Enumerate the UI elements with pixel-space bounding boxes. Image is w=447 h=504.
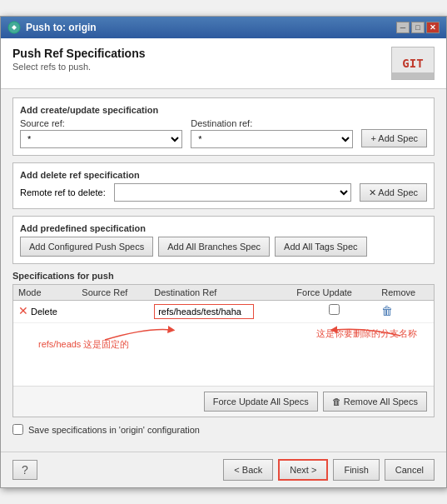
close-button[interactable]: ✕ (426, 22, 440, 33)
back-button[interactable]: < Back (223, 459, 273, 481)
specs-bottom-row: Force Update All Specs 🗑 Remove All Spec… (13, 386, 434, 417)
row-remove-cell: 🗑 (376, 301, 434, 323)
save-checkbox-row: Save specifications in 'origin' configur… (12, 424, 435, 435)
header-section: Push Ref Specifications Select refs to p… (1, 38, 446, 89)
header-text: Push Ref Specifications Select refs to p… (12, 47, 145, 72)
main-window: Push to: origin ─ □ ✕ Push Ref Specifica… (0, 16, 447, 488)
remove-all-specs-button[interactable]: 🗑 Remove All Specs (323, 392, 427, 412)
create-update-fields: Source ref: * Destination ref: * + Add S… (20, 118, 427, 148)
row-force-cell (291, 301, 376, 323)
cancel-button[interactable]: Cancel (385, 459, 435, 481)
add-spec-delete-button[interactable]: ✕ Add Spec (360, 183, 427, 202)
window-title: Push to: origin (26, 22, 97, 33)
force-update-all-button[interactable]: Force Update All Specs (204, 392, 318, 412)
col-mode: Mode (13, 285, 77, 301)
dest-ref-group: Destination ref: * (191, 118, 353, 148)
create-update-section: Add create/update specification Source r… (12, 97, 435, 156)
predefined-label: Add predefined specification (20, 223, 427, 233)
finish-button[interactable]: Finish (333, 459, 379, 481)
delete-ref-section: Add delete ref specification Remote ref … (12, 162, 435, 209)
predefined-buttons: Add Configured Push Specs Add All Branch… (20, 237, 427, 257)
col-source: Source Ref (77, 285, 149, 301)
save-checkbox-label: Save specifications in 'origin' configur… (28, 425, 200, 435)
dest-ref-value: refs/heads/test/haha (154, 304, 254, 319)
row-dest-cell: refs/heads/test/haha (149, 301, 291, 323)
help-button[interactable]: ? (12, 460, 37, 480)
add-all-branches-button[interactable]: Add All Branches Spec (158, 237, 270, 257)
specs-table-header: Mode Source Ref Destination Ref Force Up… (13, 285, 434, 301)
git-logo: GIT (391, 47, 435, 80)
annotation-row: refs/heads 这是固定的 (13, 323, 434, 387)
remote-ref-select[interactable] (114, 183, 351, 202)
save-checkbox[interactable] (12, 424, 23, 435)
add-spec-create-button[interactable]: + Add Spec (361, 129, 427, 147)
source-ref-label: Source ref: (20, 118, 182, 128)
specs-table-body: ✕ Delete refs/heads/test/haha (13, 301, 434, 387)
footer: ? < Back Next > Finish Cancel (1, 452, 446, 487)
dest-ref-label: Destination ref: (191, 118, 353, 128)
window-icon (7, 21, 21, 34)
specs-section: Specifications for push Mode Source Ref … (12, 271, 435, 417)
specs-table: Mode Source Ref Destination Ref Force Up… (13, 285, 434, 386)
remote-ref-select-group (114, 183, 351, 202)
source-ref-group: Source ref: * (20, 118, 182, 148)
title-bar: Push to: origin ─ □ ✕ (1, 17, 446, 38)
specs-table-container: Mode Source Ref Destination Ref Force Up… (12, 284, 435, 417)
row-mode-cell: ✕ Delete (13, 301, 77, 323)
col-dest: Destination Ref (149, 285, 291, 301)
annotation-arrow-right (267, 323, 417, 340)
delete-ref-label: Add delete ref specification (20, 170, 427, 180)
row-mode: Delete (31, 307, 57, 317)
remote-ref-label: Remote ref to delete: (20, 187, 106, 197)
page-subtitle: Select refs to push. (12, 62, 145, 72)
footer-nav-buttons: < Back Next > Finish Cancel (223, 459, 435, 481)
title-controls: ─ □ ✕ (396, 22, 440, 33)
content-area: Add create/update specification Source r… (1, 89, 446, 452)
annotation-area: refs/heads 这是固定的 (13, 323, 434, 386)
col-force: Force Update (291, 285, 376, 301)
dest-ref-select[interactable]: * (191, 130, 353, 148)
title-bar-left: Push to: origin (7, 21, 97, 34)
source-ref-select[interactable]: * (20, 130, 182, 148)
annotation-cell: refs/heads 这是固定的 (13, 323, 434, 387)
specs-table-label: Specifications for push (12, 271, 435, 281)
row-source-cell (77, 301, 149, 323)
create-update-label: Add create/update specification (20, 105, 427, 115)
add-all-tags-button[interactable]: Add All Tags Spec (275, 237, 366, 257)
add-configured-push-button[interactable]: Add Configured Push Specs (20, 237, 153, 257)
col-remove: Remove (376, 285, 434, 301)
predefined-section: Add predefined specification Add Configu… (12, 216, 435, 264)
annotation-arrow-left (38, 323, 205, 344)
page-title: Push Ref Specifications (12, 47, 145, 60)
delete-ref-fields: Remote ref to delete: ✕ Add Spec (20, 183, 427, 202)
remove-row-icon[interactable]: 🗑 (381, 304, 393, 317)
minimize-button[interactable]: ─ (396, 22, 410, 33)
force-update-checkbox[interactable] (329, 304, 340, 315)
maximize-button[interactable]: □ (411, 22, 425, 33)
delete-x-icon: ✕ (18, 304, 28, 317)
next-button[interactable]: Next > (278, 459, 328, 481)
table-row: ✕ Delete refs/heads/test/haha (13, 301, 434, 323)
